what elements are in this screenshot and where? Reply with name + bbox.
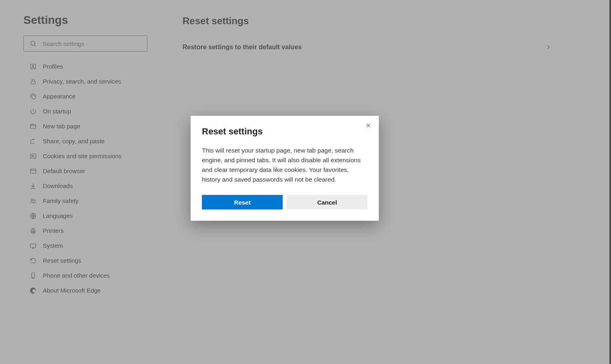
dialog-title: Reset settings bbox=[202, 126, 367, 137]
reset-settings-dialog: Reset settings This will reset your star… bbox=[191, 116, 379, 221]
reset-button[interactable]: Reset bbox=[202, 195, 283, 209]
dialog-close-button[interactable] bbox=[363, 120, 374, 131]
dialog-body: This will reset your startup page, new t… bbox=[202, 146, 367, 184]
close-icon bbox=[365, 123, 371, 128]
dialog-actions: Reset Cancel bbox=[202, 195, 367, 209]
cancel-button[interactable]: Cancel bbox=[287, 195, 367, 209]
